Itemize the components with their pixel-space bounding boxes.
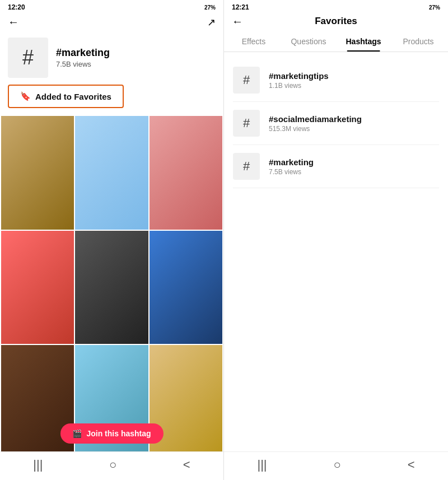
hashtag-list-info-2: #socialmediamarketing 515.3M views [269,114,362,133]
tab-hashtags-label: Hashtags [346,37,381,46]
hashtag-icon-box: # [8,38,48,78]
back-button-left[interactable]: ← [8,16,19,29]
top-bar-right: ← Favorites [224,13,448,31]
hashtag-list-info-1: #marketingtips 1.1B views [269,71,329,90]
hashtag-list-name-1: #marketingtips [269,71,329,81]
hash-icon-2: # [233,110,260,137]
share-icon[interactable]: ↗ [207,16,216,29]
bookmark-icon: 🔖 [20,91,31,101]
nav-menu-left[interactable]: ||| [33,458,43,472]
favorites-btn-text: Added to Favorites [35,92,111,101]
status-bar-right: 12:21 27% [224,0,448,13]
favorites-title: Favorites [315,16,357,27]
video-camera-icon: 🎬 [72,429,82,438]
battery-right: 27% [429,4,440,11]
hashtag-list-views-1: 1.1B views [269,82,329,90]
hashtag-info: #marketing 7.5B views [56,47,110,68]
bottom-nav-right: ||| ○ < [224,451,448,480]
status-bar-left: 12:20 27% [0,0,223,13]
hashtag-header: # #marketing 7.5B views [0,33,223,85]
video-cell-5[interactable] [75,231,148,344]
hashtag-list-name-2: #socialmediamarketing [269,114,362,124]
tabs-row: Effects Questions Hashtags Products [224,31,448,52]
added-to-favorites-button[interactable]: 🔖 Added to Favorites [8,85,124,108]
tab-effects-label: Effects [242,37,266,46]
hashtag-views: 7.5B views [56,60,110,68]
hashtag-list-views-3: 7.5B views [269,168,314,176]
join-hashtag-label: Join this hashtag [86,429,151,438]
nav-back-left[interactable]: < [183,458,190,472]
hashtag-list-name-3: #marketing [269,157,314,167]
hashtag-list-info-3: #marketing 7.5B views [269,157,314,176]
video-cell-2[interactable] [75,116,148,230]
video-cell-3[interactable] [150,116,222,230]
status-icons-left: 27% [204,4,216,11]
nav-home-left[interactable]: ○ [109,458,116,472]
nav-back-right[interactable]: < [408,458,415,472]
time-right: 12:21 [232,3,249,11]
nav-home-right[interactable]: ○ [333,458,340,472]
hashtag-list-item-3[interactable]: # #marketing 7.5B views [233,145,439,188]
video-grid [0,116,223,451]
hashtag-list: # #marketingtips 1.1B views # #socialmed… [224,52,448,195]
hash-icon-3: # [233,153,260,180]
bottom-nav-left: ||| ○ < [0,451,223,480]
hashtag-list-item-2[interactable]: # #socialmediamarketing 515.3M views [233,102,439,145]
hashtag-list-item-1[interactable]: # #marketingtips 1.1B views [233,59,439,102]
back-button-right[interactable]: ← [232,15,243,28]
join-hashtag-button[interactable]: 🎬 Join this hashtag [60,423,163,444]
tab-effects[interactable]: Effects [226,31,281,52]
battery-left: 27% [204,4,216,11]
hashtag-symbol: # [22,46,34,69]
time-left: 12:20 [8,3,25,11]
tab-products-label: Products [403,37,433,46]
video-cell-4[interactable] [1,231,74,344]
top-bar-left: ← ↗ [0,13,223,33]
hashtag-list-views-2: 515.3M views [269,125,362,133]
tab-questions-label: Questions [291,37,326,46]
hash-icon-1: # [233,67,260,94]
left-panel: 12:20 27% ← ↗ # #marketing 7.5B views 🔖 … [0,0,224,480]
tab-products[interactable]: Products [391,31,446,52]
right-panel: 12:21 27% ← Favorites Effects Questions … [224,0,448,480]
video-cell-1[interactable] [1,116,74,230]
status-icons-right: 27% [429,4,440,11]
tab-hashtags[interactable]: Hashtags [336,31,391,52]
nav-menu-right[interactable]: ||| [257,458,267,472]
hashtag-title: #marketing [56,47,110,59]
video-grid-wrapper: 🎬 Join this hashtag [0,116,223,451]
video-cell-6[interactable] [150,231,222,344]
tab-questions[interactable]: Questions [281,31,336,52]
